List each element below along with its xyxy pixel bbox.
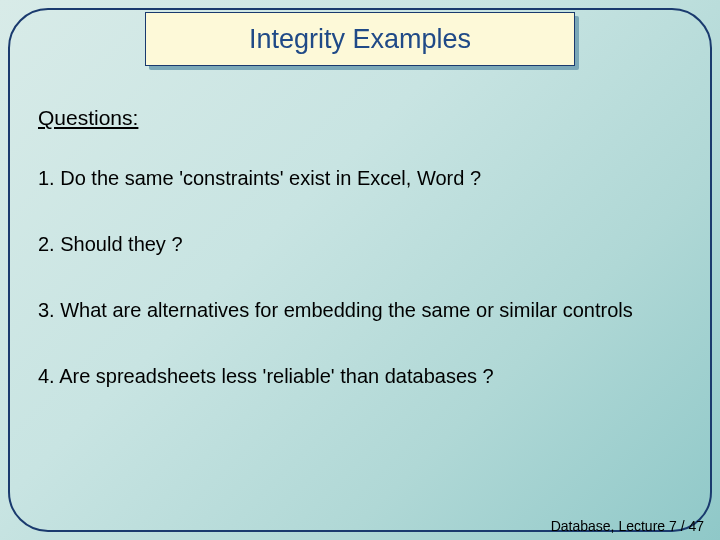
question-item: 1. Do the same 'constraints' exist in Ex… [38,165,682,191]
questions-heading: Questions: [38,104,682,131]
slide-footer: Database, Lecture 7 / 47 [551,518,704,534]
question-item: 2. Should they ? [38,231,682,257]
question-item: 4. Are spreadsheets less 'reliable' than… [38,363,682,389]
question-item: 3. What are alternatives for embedding t… [38,297,682,323]
content-area: Questions: 1. Do the same 'constraints' … [38,104,682,389]
slide-frame: Questions: 1. Do the same 'constraints' … [8,8,712,532]
